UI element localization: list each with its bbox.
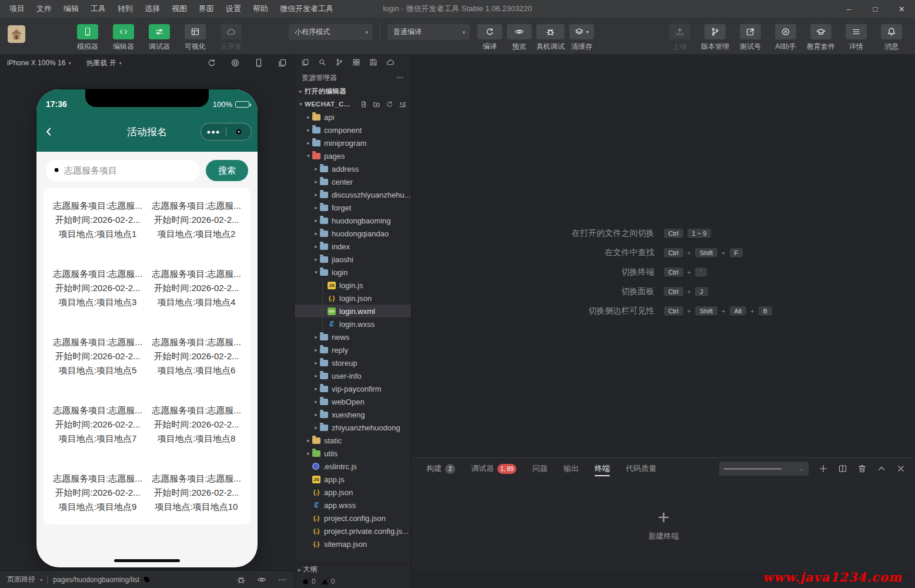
bug-icon[interactable] — [236, 575, 246, 584]
toolbar-button-phone[interactable]: 模拟器 — [74, 24, 102, 52]
project-item-8[interactable]: 志愿服务项目:志愿服... 开始时间:2026-02-2... 项目地点:项目地… — [147, 403, 246, 446]
mode-select[interactable]: 小程序模式 ▾ — [289, 24, 373, 40]
panel-tab-问题[interactable]: 问题 — [532, 458, 547, 479]
menu-1[interactable]: 项目 — [4, 0, 31, 18]
project-item-3[interactable]: 志愿服务项目:志愿服... 开始时间:2026-02-2... 项目地点:项目地… — [48, 267, 147, 309]
tree-item-app.wxss[interactable]: Ɛapp.wxss — [295, 499, 411, 512]
tree-item-index[interactable]: ▸index — [295, 240, 411, 253]
menu-8[interactable]: 界面 — [193, 0, 220, 18]
tree-item-login.wxss[interactable]: Ɛlogin.wxss — [295, 318, 411, 330]
tree-item-utils[interactable]: ▸utils — [295, 447, 411, 460]
toolbar-button-menu[interactable]: 详情 — [842, 24, 870, 52]
exit-target-icon[interactable] — [226, 128, 251, 136]
tree-item-login.wxml[interactable]: </>login.wxml — [295, 305, 411, 318]
more-dots-icon[interactable] — [278, 575, 287, 584]
tree-item-component[interactable]: ▸component — [295, 123, 411, 136]
toolbar-button-external[interactable]: 测试号 — [736, 24, 764, 52]
project-item-7[interactable]: 志愿服务项目:志愿服... 开始时间:2026-02-2... 项目地点:项目地… — [48, 403, 147, 446]
tree-item-.eslintrc.js[interactable]: .eslintrc.js — [295, 460, 411, 473]
tree-item-forget[interactable]: ▸forget — [295, 201, 411, 214]
close-button[interactable]: ✕ — [889, 0, 915, 18]
rotate-icon[interactable] — [207, 58, 216, 68]
more-icon[interactable]: ●●● — [201, 128, 226, 135]
project-item-10[interactable]: 志愿服务项目:志愿服... 开始时间:2026-02-2... 项目地点:项目地… — [147, 472, 246, 514]
refresh-icon[interactable] — [386, 101, 393, 108]
page-path-select[interactable]: 页面路径 ▾ — [7, 574, 47, 584]
tree-item-zhiyuanzhehuodong[interactable]: ▸zhiyuanzhehuodong — [295, 421, 411, 434]
maximize-button[interactable]: □ — [862, 0, 889, 18]
cloud-icon[interactable] — [386, 58, 395, 66]
new-folder-icon[interactable] — [373, 101, 380, 108]
close-panel-icon[interactable] — [896, 464, 906, 473]
terminal-select[interactable]: ⌄ — [719, 462, 809, 476]
tree-item-sitemap.json[interactable]: {.}sitemap.json — [295, 537, 411, 550]
multi-window-icon[interactable] — [278, 58, 287, 68]
compile-select[interactable]: 普通编译 ▾ — [388, 24, 470, 40]
outline-section[interactable]: ▸ 大纲 — [295, 563, 411, 575]
toolbar-button-ai[interactable]: AI助手 — [772, 24, 800, 52]
tree-item-jiaoshi[interactable]: ▸jiaoshi — [295, 253, 411, 266]
search-icon[interactable] — [318, 58, 326, 66]
device-frame-icon[interactable] — [254, 58, 263, 68]
search-button[interactable]: 搜索 — [206, 160, 248, 181]
project-item-5[interactable]: 志愿服务项目:志愿服... 开始时间:2026-02-2... 项目地点:项目地… — [48, 335, 147, 377]
panel-tab-调试器[interactable]: 调试器1, 89 — [471, 458, 516, 479]
minimize-button[interactable]: – — [836, 0, 862, 18]
toolbar-button-branch[interactable]: 版本管理 — [701, 24, 729, 52]
maximize-panel-icon[interactable] — [877, 464, 886, 473]
tree-item-webopen[interactable]: ▸webOpen — [295, 395, 411, 408]
panel-tab-代码质量[interactable]: 代码质量 — [626, 458, 656, 479]
project-item-9[interactable]: 志愿服务项目:志愿服... 开始时间:2026-02-2... 项目地点:项目地… — [48, 472, 147, 514]
menu-6[interactable]: 选择 — [139, 0, 166, 18]
panel-tab-终端[interactable]: 终端 — [595, 458, 610, 479]
hot-reload-toggle[interactable]: 热重载 开 ▾ — [86, 58, 121, 68]
new-terminal-icon[interactable] — [819, 464, 828, 473]
menu-9[interactable]: 设置 — [220, 0, 247, 18]
new-terminal-plus-icon[interactable]: + — [658, 508, 670, 526]
tree-item-static[interactable]: ▸static — [295, 434, 411, 447]
toolbar-button-cap[interactable]: 教育套件 — [807, 24, 835, 52]
toolbar-button-refresh[interactable]: 编译 — [476, 24, 504, 52]
new-file-icon[interactable] — [360, 101, 368, 108]
project-item-2[interactable]: 志愿服务项目:志愿服... 开始时间:2026-02-2... 项目地点:项目地… — [147, 199, 246, 241]
toolbar-button-bug[interactable]: 真机调试 — [535, 24, 566, 52]
tree-item-app.json[interactable]: {.}app.json — [295, 486, 411, 499]
panel-tab-构建[interactable]: 构建2 — [426, 458, 455, 479]
tree-item-vip-payconfirm[interactable]: ▸vip-payconfirm — [295, 382, 411, 395]
tree-item-huodongbaoming[interactable]: ▸huodongbaoming — [295, 214, 411, 227]
user-avatar[interactable] — [8, 25, 25, 43]
record-icon[interactable] — [231, 58, 240, 68]
toolbar-button-grid[interactable]: 可视化 — [181, 24, 209, 52]
tree-item-project.private.config.js...[interactable]: {.}project.private.config.js... — [295, 524, 411, 537]
menu-11[interactable]: 微信开发者工具 — [274, 0, 339, 18]
tree-item-wechat-c...[interactable]: ▾WECHAT_C... — [295, 98, 411, 111]
back-icon[interactable] — [44, 126, 54, 137]
toolbar-button-sliders[interactable]: 调试器 — [145, 24, 173, 52]
toolbar-button-code[interactable]: 编辑器 — [109, 24, 138, 52]
menu-7[interactable]: 视图 — [166, 0, 193, 18]
tree-item-storeup[interactable]: ▸storeup — [295, 356, 411, 369]
tree-item-project.config.json[interactable]: {.}project.config.json — [295, 512, 411, 524]
tree-item-login.js[interactable]: JSlogin.js — [295, 279, 411, 292]
project-item-1[interactable]: 志愿服务项目:志愿服... 开始时间:2026-02-2... 项目地点:项目地… — [48, 199, 147, 241]
tree-item--[interactable]: ▸打开的编辑器 — [295, 85, 411, 98]
tree-item-center[interactable]: ▸center — [295, 175, 411, 188]
project-item-4[interactable]: 志愿服务项目:志愿服... 开始时间:2026-02-2... 项目地点:项目地… — [147, 267, 246, 309]
tree-item-app.js[interactable]: JSapp.js — [295, 473, 411, 486]
files-icon[interactable] — [301, 58, 309, 66]
tree-item-api[interactable]: ▸api — [295, 111, 411, 123]
toolbar-button-layers[interactable]: ▾清缓存 — [567, 24, 596, 52]
menu-10[interactable]: 帮助 — [247, 0, 274, 18]
save-icon[interactable] — [369, 58, 378, 66]
tree-item-huodongqiandao[interactable]: ▸huodongqiandao — [295, 227, 411, 240]
structure-icon[interactable] — [352, 58, 360, 66]
menu-3[interactable]: 编辑 — [58, 0, 85, 18]
project-item-6[interactable]: 志愿服务项目:志愿服... 开始时间:2026-02-2... 项目地点:项目地… — [147, 335, 246, 377]
tree-item-discusszhiyuanzhehu...[interactable]: ▸discusszhiyuanzhehu... — [295, 188, 411, 201]
tree-item-login[interactable]: ▾login — [295, 266, 411, 279]
tree-item-user-info[interactable]: ▸user-info — [295, 369, 411, 382]
tree-item-login.json[interactable]: {.}login.json — [295, 292, 411, 305]
more-dots-icon[interactable] — [396, 74, 404, 82]
trash-icon[interactable] — [857, 464, 867, 473]
copy-icon[interactable] — [143, 576, 151, 583]
